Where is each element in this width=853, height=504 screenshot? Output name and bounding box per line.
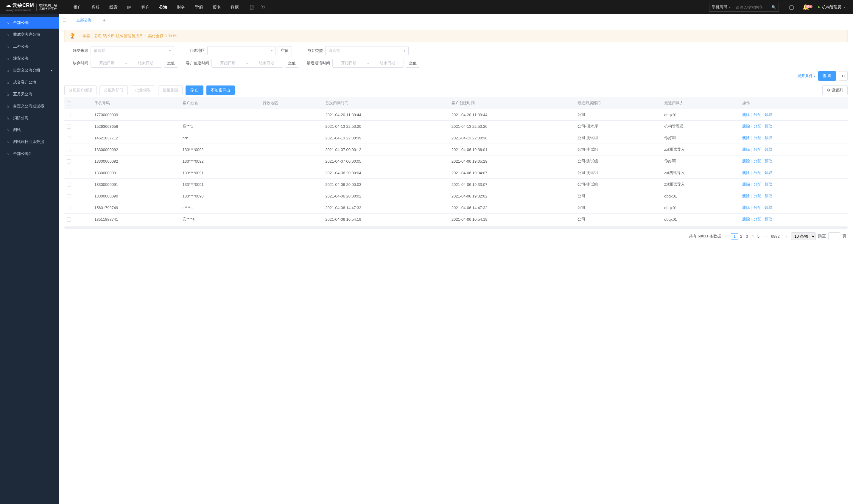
row-checkbox[interactable]: [67, 159, 71, 164]
nav-item-7[interactable]: 学服: [190, 0, 208, 14]
search-icon[interactable]: 🔍: [769, 5, 779, 10]
row-assign-link[interactable]: 分配: [754, 159, 761, 163]
user-menu[interactable]: 机构管理员 ▾: [813, 4, 850, 10]
assign-manager-button[interactable]: 分配客户经理: [64, 86, 96, 95]
row-assign-link[interactable]: 分配: [754, 194, 761, 198]
row-assign-link[interactable]: 分配: [754, 136, 761, 140]
abandon-type-select[interactable]: 请选择▾: [325, 46, 409, 55]
sidebar-item-10[interactable]: ⌂测试昨日回库数据: [0, 136, 59, 148]
row-checkbox[interactable]: [67, 206, 71, 210]
row-assign-link[interactable]: 分配: [754, 170, 761, 175]
page-number[interactable]: 1: [731, 233, 738, 239]
sidebar-item-4[interactable]: ⌂自定义公海分组▾: [0, 64, 59, 76]
add-user-icon[interactable]: ⍰: [247, 4, 257, 11]
page-number[interactable]: 5: [756, 233, 761, 240]
call-time-range[interactable]: 开始日期~结束日期: [332, 59, 404, 68]
nav-item-2[interactable]: 线索: [105, 0, 122, 14]
row-claim-link[interactable]: 领取: [765, 147, 772, 151]
row-delete-link[interactable]: 删除: [742, 217, 750, 221]
row-claim-link[interactable]: 领取: [765, 124, 772, 128]
row-checkbox[interactable]: [67, 148, 71, 152]
next-page-icon[interactable]: ›: [784, 233, 789, 240]
row-claim-link[interactable]: 领取: [765, 217, 772, 221]
row-delete-link[interactable]: 删除: [742, 170, 750, 175]
row-delete-link[interactable]: 删除: [742, 124, 750, 128]
bell-icon[interactable]: 🔔99+: [798, 4, 813, 11]
select-all-checkbox[interactable]: [67, 101, 71, 105]
sidebar-item-1[interactable]: ⌂非成交客户公海: [0, 29, 59, 40]
row-delete-link[interactable]: 删除: [742, 194, 750, 198]
abandon-time-empty-button[interactable]: 空值: [164, 59, 178, 68]
assign-dept-button[interactable]: 分配到部门: [99, 86, 128, 95]
row-claim-link[interactable]: 领取: [765, 194, 772, 198]
search-input[interactable]: [733, 5, 769, 10]
device-icon[interactable]: ▢: [785, 4, 798, 11]
sidebar-item-9[interactable]: ⌂测试: [0, 124, 59, 136]
row-assign-link[interactable]: 分配: [754, 217, 761, 221]
columns-button[interactable]: ⚙ 设置列: [822, 86, 848, 95]
sidebar-item-6[interactable]: ⌂五月天公海: [0, 88, 59, 100]
nav-item-4[interactable]: 客户: [137, 0, 154, 14]
export-plain-button[interactable]: 不加密导出: [206, 86, 235, 95]
row-claim-link[interactable]: 领取: [765, 112, 772, 117]
add-tab-icon[interactable]: +: [98, 18, 110, 23]
row-checkbox[interactable]: [67, 125, 71, 129]
sidebar-item-8[interactable]: ⌂消防公海: [0, 112, 59, 124]
batch-delete-button[interactable]: 批量删除: [158, 86, 183, 95]
row-claim-link[interactable]: 领取: [765, 136, 772, 140]
phone-icon[interactable]: ✆: [257, 4, 269, 11]
row-claim-link[interactable]: 领取: [765, 182, 772, 186]
row-checkbox[interactable]: [67, 183, 71, 187]
row-checkbox[interactable]: [67, 217, 71, 222]
nav-item-6[interactable]: 财务: [172, 0, 190, 14]
sidebar-item-11[interactable]: ⌂全部公海2: [0, 148, 59, 160]
prev-page-icon[interactable]: ‹: [723, 233, 728, 240]
row-checkbox[interactable]: [67, 136, 71, 140]
abandon-time-range[interactable]: 开始日期~结束日期: [91, 59, 162, 68]
row-delete-link[interactable]: 删除: [742, 159, 750, 163]
row-delete-link[interactable]: 删除: [742, 205, 750, 210]
nav-item-0[interactable]: 推广: [69, 0, 87, 14]
row-checkbox[interactable]: [67, 194, 71, 198]
sidebar-item-3[interactable]: ⌂注安公海: [0, 52, 59, 64]
row-claim-link[interactable]: 领取: [765, 159, 772, 163]
page-number[interactable]: 2: [738, 233, 744, 240]
row-claim-link[interactable]: 领取: [765, 170, 772, 175]
sidebar-item-2[interactable]: ⌂二咨公海: [0, 40, 59, 52]
region-empty-button[interactable]: 空值: [277, 46, 292, 55]
page-number[interactable]: 4: [750, 233, 755, 240]
page-size-select[interactable]: 10 条/页: [791, 232, 816, 240]
search-type-select[interactable]: 手机号码▾: [709, 4, 733, 10]
row-claim-link[interactable]: 领取: [765, 205, 772, 210]
create-time-empty-button[interactable]: 空值: [285, 59, 299, 68]
jump-page-input[interactable]: [828, 232, 840, 240]
row-delete-link[interactable]: 删除: [742, 136, 750, 140]
friend-source-select[interactable]: 请选择▾: [91, 46, 174, 55]
collapse-sidebar-icon[interactable]: ☰: [59, 14, 70, 26]
nav-item-9[interactable]: 数据: [226, 0, 243, 14]
row-assign-link[interactable]: 分配: [754, 124, 761, 128]
expand-filters-link[interactable]: 展开条件 ▾: [797, 73, 815, 79]
horizontal-scrollbar[interactable]: [64, 227, 848, 229]
page-number[interactable]: 3: [744, 233, 750, 240]
sidebar-item-5[interactable]: ⌂成交客户公海: [0, 76, 59, 88]
row-checkbox[interactable]: [67, 171, 71, 175]
call-time-empty-button[interactable]: 空值: [406, 59, 420, 68]
row-assign-link[interactable]: 分配: [754, 182, 761, 186]
nav-item-5[interactable]: 公海: [154, 0, 172, 14]
row-assign-link[interactable]: 分配: [754, 147, 761, 151]
refresh-button[interactable]: ↻: [839, 71, 848, 81]
nav-item-3[interactable]: IM: [122, 0, 137, 14]
nav-item-8[interactable]: 报名: [208, 0, 226, 14]
row-delete-link[interactable]: 删除: [742, 182, 750, 186]
last-page[interactable]: 6882: [769, 233, 781, 240]
region-select[interactable]: ▾: [207, 46, 276, 55]
create-time-range[interactable]: 开始日期~结束日期: [212, 59, 283, 68]
row-assign-link[interactable]: 分配: [754, 205, 761, 210]
batch-claim-button[interactable]: 批量领取: [131, 86, 155, 95]
export-button[interactable]: 导 出: [185, 86, 203, 95]
sidebar-item-7[interactable]: ⌂自定义公海过滤器: [0, 100, 59, 112]
sidebar-item-0[interactable]: ⌂全部公海: [0, 17, 59, 29]
nav-item-1[interactable]: 客服: [87, 0, 105, 14]
row-assign-link[interactable]: 分配: [754, 112, 761, 117]
